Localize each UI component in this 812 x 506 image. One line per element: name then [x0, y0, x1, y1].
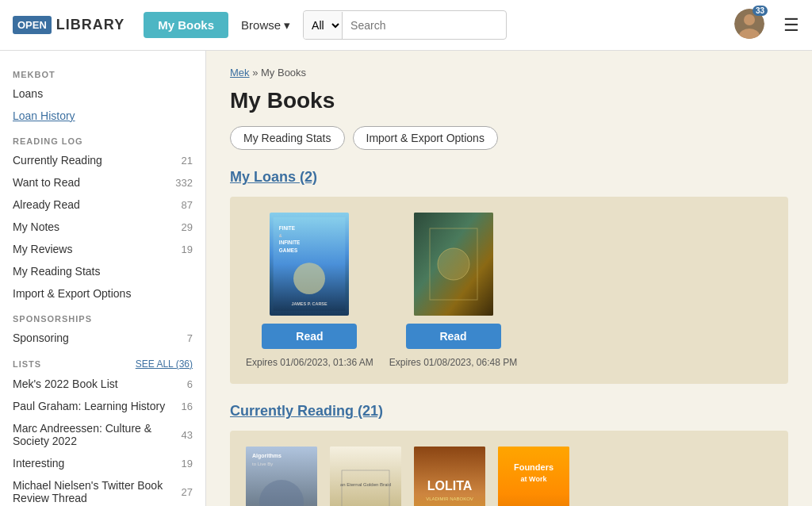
- browse-label: Browse: [241, 18, 281, 32]
- nielsen-label: Michael Nielsen's Twitter Book Review Th…: [13, 479, 182, 504]
- svg-text:FINITE: FINITE: [279, 225, 295, 231]
- avatar-badge: 33: [753, 6, 768, 16]
- svg-text:LOLITA: LOLITA: [427, 479, 473, 493]
- browse-chevron-icon: ▾: [284, 18, 290, 33]
- breadcrumb-user-link[interactable]: Mek: [230, 67, 250, 79]
- open-text: OPEN: [13, 16, 52, 34]
- currently-reading-section-title[interactable]: Currently Reading (21): [230, 403, 788, 420]
- svg-text:at Work: at Work: [521, 475, 548, 483]
- svg-text:Algorithms: Algorithms: [252, 453, 282, 459]
- my-books-nav-button[interactable]: My Books: [144, 12, 228, 38]
- logo[interactable]: OPEN LIBRARY: [13, 16, 124, 34]
- search-icon: 🔍: [505, 18, 507, 32]
- svg-point-1: [744, 14, 755, 25]
- breadcrumb-separator: »: [252, 67, 261, 79]
- reading-log-section-label: READING LOG: [0, 127, 205, 149]
- sidebar-item-currently-reading[interactable]: Currently Reading 21: [0, 149, 205, 171]
- already-read-count: 87: [182, 199, 193, 211]
- sidebar-item-nielsen[interactable]: Michael Nielsen's Twitter Book Review Th…: [0, 474, 205, 506]
- currently-reading-label: Currently Reading: [13, 154, 102, 167]
- sidebar-item-sponsoring[interactable]: Sponsoring 7: [0, 327, 205, 349]
- loans-grid: FINITE & INFINITE GAMES JAMES P. CARSE R…: [246, 213, 772, 368]
- book-cover-founders-at-work[interactable]: Founders at Work STORIES OF STARTUPS EAR…: [498, 447, 569, 506]
- loans-label: Loans: [13, 87, 43, 100]
- page-title: My Books: [230, 88, 788, 113]
- import-export-label: Import & Export Options: [13, 287, 131, 300]
- sponsoring-count: 7: [187, 332, 193, 344]
- paul-graham-label: Paul Graham: Learning History: [13, 400, 165, 412]
- sidebar-item-my-notes[interactable]: My Notes 29: [0, 216, 205, 238]
- see-all-lists-link[interactable]: SEE ALL (36): [136, 358, 193, 370]
- book-cover-lolita[interactable]: LOLITA VLADIMIR NABOKOV STORY OF CERTAIN…: [414, 447, 485, 506]
- sponsoring-label: Sponsoring: [13, 332, 69, 344]
- read-button-1[interactable]: Read: [262, 324, 357, 349]
- mekbot-section-label: MEKBOT: [0, 60, 205, 82]
- sidebar-item-loans[interactable]: Loans: [0, 82, 205, 105]
- read-button-2[interactable]: Read: [406, 324, 501, 349]
- avatar-area[interactable]: 33: [734, 9, 764, 41]
- main-content: Mek » My Books My Books My Reading Stats…: [206, 51, 812, 506]
- svg-text:GAMES: GAMES: [279, 247, 297, 253]
- sidebar-item-import-export[interactable]: Import & Export Options: [0, 282, 205, 305]
- currently-reading-count: 21: [182, 155, 193, 167]
- svg-text:VLADIMIR NABOKOV: VLADIMIR NABOKOV: [426, 496, 473, 501]
- reading-grid: Algorithms to Live By THE COMPUTER SCIEN…: [246, 447, 772, 506]
- sidebar-item-interesting[interactable]: Interesting 19: [0, 452, 205, 474]
- sidebar-item-meks-book-list[interactable]: Mek's 2022 Book List 6: [0, 373, 205, 395]
- sidebar-item-my-reviews[interactable]: My Reviews 19: [0, 238, 205, 260]
- hamburger-menu-button[interactable]: ☰: [783, 15, 799, 36]
- svg-text:JAMES P. CARSE: JAMES P. CARSE: [292, 301, 328, 306]
- want-to-read-count: 332: [175, 177, 193, 189]
- meks-book-list-label: Mek's 2022 Book List: [13, 378, 118, 390]
- svg-point-8: [293, 263, 325, 294]
- paul-graham-count: 16: [182, 401, 193, 412]
- sidebar-item-marc-andreessen[interactable]: Marc Andreessen: Culture & Society 2022 …: [0, 417, 205, 452]
- svg-text:INFINITE: INFINITE: [279, 240, 300, 245]
- nielsen-count: 27: [182, 486, 193, 498]
- marc-andreessen-label: Marc Andreessen: Culture & Society 2022: [13, 422, 182, 447]
- svg-text:Founders: Founders: [514, 462, 553, 472]
- loans-section-title[interactable]: My Loans (2): [230, 169, 788, 186]
- search-input[interactable]: [343, 13, 497, 38]
- browse-nav-button[interactable]: Browse ▾: [241, 18, 290, 33]
- loans-section: FINITE & INFINITE GAMES JAMES P. CARSE R…: [230, 197, 788, 384]
- breadcrumb-page: My Books: [261, 67, 306, 79]
- my-reading-stats-button[interactable]: My Reading Stats: [230, 126, 345, 150]
- search-category-select[interactable]: All: [304, 12, 343, 39]
- loan-history-label: Loan History: [13, 109, 75, 122]
- search-button[interactable]: 🔍: [497, 11, 507, 39]
- page-layout: MEKBOT Loans Loan History READING LOG Cu…: [0, 51, 812, 506]
- want-to-read-label: Want to Read: [13, 176, 80, 189]
- svg-point-12: [438, 248, 469, 280]
- breadcrumb: Mek » My Books: [230, 67, 788, 79]
- sidebar-item-loan-history[interactable]: Loan History: [0, 105, 205, 127]
- sidebar-item-want-to-read[interactable]: Want to Read 332: [0, 171, 205, 194]
- sidebar-item-already-read[interactable]: Already Read 87: [0, 194, 205, 216]
- my-notes-count: 29: [182, 221, 193, 233]
- already-read-label: Already Read: [13, 198, 80, 211]
- book-cover-golden-braid[interactable]: an Eternal Golden Braid: [330, 447, 401, 506]
- svg-text:to Live By: to Live By: [252, 462, 273, 466]
- sidebar: MEKBOT Loans Loan History READING LOG Cu…: [0, 51, 206, 506]
- sponsorships-section-label: SPONSORSHIPS: [0, 305, 205, 327]
- interesting-count: 19: [182, 458, 193, 470]
- sidebar-item-my-reading-stats[interactable]: My Reading Stats: [0, 260, 205, 282]
- import-export-button[interactable]: Import & Export Options: [353, 126, 498, 150]
- currently-reading-section: Algorithms to Live By THE COMPUTER SCIEN…: [230, 431, 788, 506]
- expiry-text-2: Expires 01/08/2023, 06:48 PM: [389, 357, 517, 368]
- loan-item-1: FINITE & INFINITE GAMES JAMES P. CARSE R…: [246, 213, 373, 368]
- my-reading-stats-label: My Reading Stats: [13, 265, 101, 278]
- meks-book-list-count: 6: [187, 378, 193, 390]
- svg-text:an Eternal Golden Braid: an Eternal Golden Braid: [340, 482, 391, 487]
- book-cover-algorithms[interactable]: Algorithms to Live By THE COMPUTER SCIEN…: [246, 447, 317, 506]
- expiry-text-1: Expires 01/06/2023, 01:36 AM: [246, 357, 373, 368]
- library-text: LIBRARY: [56, 17, 124, 33]
- my-reviews-label: My Reviews: [13, 243, 72, 255]
- action-buttons: My Reading Stats Import & Export Options: [230, 126, 788, 150]
- sidebar-item-paul-graham[interactable]: Paul Graham: Learning History 16: [0, 395, 205, 417]
- svg-rect-19: [330, 447, 401, 506]
- book-cover-finite: FINITE & INFINITE GAMES JAMES P. CARSE: [270, 213, 349, 316]
- loan-item-2: Read Expires 01/08/2023, 06:48 PM: [389, 213, 517, 368]
- book-cover-second: [414, 213, 493, 316]
- lists-section-label: LISTS: [13, 359, 41, 369]
